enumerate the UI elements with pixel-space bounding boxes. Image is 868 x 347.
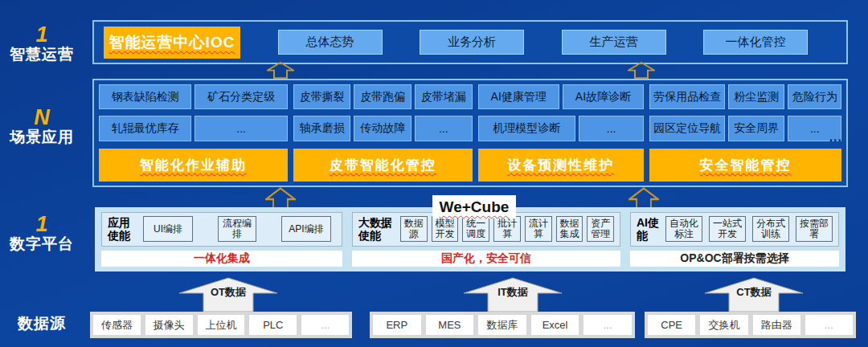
datasource-chip[interactable]: 摄像头 xyxy=(145,315,193,335)
scenario-chip[interactable]: 劳保用品检查 xyxy=(649,84,725,109)
capability-chip[interactable]: 流程编排 xyxy=(218,216,256,242)
scenario-group-belt: 皮带撕裂 皮带跑偏 皮带堵漏 轴承磨损 传动故障 ... 皮带智能化管控 xyxy=(293,84,473,182)
scenario-group-operations: 钢表缺陷检测 矿石分类定级 轧辊最优库存 ... 智能化作业辅助 xyxy=(99,84,288,182)
up-arrow-icon xyxy=(628,62,655,79)
ot-data-label: OT数据 xyxy=(178,285,278,300)
it-data-label: IT数据 xyxy=(463,285,563,300)
smart-ops-item-business[interactable]: 业务分析 xyxy=(420,30,524,55)
scenario-chip[interactable]: AI故障诊断 xyxy=(563,84,644,109)
ct-data-label: CT数据 xyxy=(704,285,804,300)
smart-ops-item-overview[interactable]: 总体态势 xyxy=(278,30,383,55)
rail-smart-ops-number: 1 xyxy=(2,24,82,46)
scenario-chip[interactable]: 矿石分类定级 xyxy=(194,84,287,109)
scenario-chip[interactable]: ... xyxy=(579,116,644,141)
scenario-chip[interactable]: 皮带堵漏 xyxy=(415,84,473,109)
datasource-chip[interactable]: ERP xyxy=(373,315,421,335)
platform-section-label: 大数据使能 xyxy=(358,216,395,242)
scenario-group-safety: 劳保用品检查 粉尘监测 危险行为 园区定位导航 安全周界 ... 安全智能管控 xyxy=(649,84,841,182)
scenario-panel: 钢表缺陷检测 矿石分类定级 轧辊最优库存 ... 智能化作业辅助 皮带撕裂 皮带… xyxy=(92,79,848,187)
rail-platform: 1 数字平台 xyxy=(2,214,82,254)
scenario-chip[interactable]: 园区定位导航 xyxy=(649,116,725,141)
we-cube-label: We+Cube xyxy=(440,198,510,216)
rail-smart-ops-label: 智慧运营 xyxy=(2,46,82,64)
scenario-banner-equipment[interactable]: 设备预测性维护 xyxy=(478,149,645,182)
scenario-banner-safety[interactable]: 安全智能管控 xyxy=(649,149,841,182)
datasource-chip[interactable]: 上位机 xyxy=(198,315,245,335)
scenario-chip[interactable]: ... xyxy=(415,116,473,141)
rail-scenarios: N 场景应用 xyxy=(2,107,82,147)
scenario-more-ellipsis: ... xyxy=(829,130,842,145)
scenario-banner-belt[interactable]: 皮带智能化管控 xyxy=(293,149,473,182)
smart-ops-panel: 智能运营中心IOC 总体态势 业务分析 生产运营 一体化管控 xyxy=(92,20,848,64)
scenario-chip[interactable]: 危险行为 xyxy=(788,84,841,109)
smart-ops-item-production[interactable]: 生产运营 xyxy=(562,30,666,55)
it-data-arrow: IT数据 xyxy=(463,277,563,312)
platform-subrow: AI使能 自动化标注 一站式开发 分布式训练 按需部署 xyxy=(630,212,839,247)
scenario-chip[interactable]: 机理模型诊断 xyxy=(478,116,576,141)
platform-section-ai-enable: AI使能 自动化标注 一站式开发 分布式训练 按需部署 OP&OC部署按需选择 xyxy=(630,212,839,267)
capability-chip[interactable]: 统一调度 xyxy=(462,216,489,242)
datasource-chip[interactable]: 路由器 xyxy=(753,315,800,335)
scenario-banner-label: 设备预测性维护 xyxy=(507,156,614,174)
scenario-banner-operations[interactable]: 智能化作业辅助 xyxy=(99,149,288,182)
capability-chip[interactable]: 自动化标注 xyxy=(665,216,702,242)
datasource-strip-it: ERP MES 数据库 Excel ... xyxy=(370,312,635,338)
architecture-diagram: 1 智慧运营 N 场景应用 1 数字平台 数据源 智能运营中心IOC 总体态势 … xyxy=(0,0,868,347)
scenario-chip[interactable]: 轴承磨损 xyxy=(293,116,351,141)
datasource-chip[interactable]: 传感器 xyxy=(93,315,141,335)
ioc-center-label: 智能运营中心IOC xyxy=(109,32,235,53)
rail-scenarios-number: N xyxy=(2,107,82,129)
capability-chip[interactable]: 分布式训练 xyxy=(752,216,789,242)
platform-section-app-enable: 应用使能 UI编排 流程编排 API编排 一体化集成 xyxy=(101,212,342,267)
platform-subrow: 应用使能 UI编排 流程编排 API编排 xyxy=(101,212,342,247)
capability-chip[interactable]: 数据源 xyxy=(400,216,428,242)
datasource-strip-ot: 传感器 摄像头 上位机 PLC ... xyxy=(90,312,352,338)
ot-data-arrow: OT数据 xyxy=(178,277,278,312)
capability-chip[interactable]: 数据集成 xyxy=(556,216,583,242)
scenario-chip[interactable]: 传动故障 xyxy=(354,116,411,141)
datasource-strip-ct: CPE 交换机 路由器 ... xyxy=(645,312,856,338)
smart-ops-item-integrated[interactable]: 一体化管控 xyxy=(703,30,808,55)
scenario-chip[interactable]: 钢表缺陷检测 xyxy=(99,84,191,109)
capability-chip[interactable]: 模型开发 xyxy=(432,216,459,242)
platform-section-label: AI使能 xyxy=(637,216,661,242)
rail-datasource: 数据源 xyxy=(2,315,82,333)
scenario-banner-label: 智能化作业辅助 xyxy=(140,156,247,174)
capability-chip[interactable]: 一站式开发 xyxy=(709,216,746,242)
rail-smart-ops: 1 智慧运营 xyxy=(2,24,82,64)
datasource-chip[interactable]: CPE xyxy=(648,315,695,335)
scenario-chip[interactable]: AI健康管理 xyxy=(478,84,559,109)
scenario-chip[interactable]: 粉尘监测 xyxy=(728,84,784,109)
datasource-chip-ellipsis: ... xyxy=(301,315,349,335)
capability-chip[interactable]: 按需部署 xyxy=(796,216,833,242)
datasource-chip[interactable]: MES xyxy=(426,315,474,335)
scenario-banner-label: 皮带智能化管控 xyxy=(330,156,436,174)
rail-scenarios-label: 场景应用 xyxy=(2,129,82,147)
scenario-chip[interactable]: 皮带撕裂 xyxy=(293,84,351,109)
platform-strip-integration: 一体化集成 xyxy=(101,251,342,267)
scenario-banner-label: 安全智能管控 xyxy=(700,156,792,174)
capability-chip[interactable]: API编排 xyxy=(281,216,331,242)
scenario-chip[interactable]: 轧辊最优库存 xyxy=(99,116,191,141)
capability-chip[interactable]: 批计算 xyxy=(493,216,521,242)
platform-section-bigdata-enable: 大数据使能 数据源 模型开发 统一调度 批计算 流计算 数据集成 资产管理 国产… xyxy=(352,212,620,267)
platform-strip-trusted: 国产化，安全可信 xyxy=(352,251,620,267)
ioc-center-button[interactable]: 智能运营中心IOC xyxy=(104,27,240,59)
we-cube-badge: We+Cube xyxy=(432,195,516,218)
capability-chip[interactable]: UI编排 xyxy=(143,216,193,242)
rail-platform-number: 1 xyxy=(2,214,82,235)
datasource-chip[interactable]: 交换机 xyxy=(700,315,747,335)
datasource-chip[interactable]: PLC xyxy=(249,315,297,335)
scenario-chip[interactable]: 皮带跑偏 xyxy=(354,84,411,109)
datasource-chip-ellipsis: ... xyxy=(805,315,853,335)
datasource-chip[interactable]: Excel xyxy=(531,315,579,335)
ct-data-arrow: CT数据 xyxy=(704,277,804,312)
datasource-chip[interactable]: 数据库 xyxy=(478,315,526,335)
up-arrow-icon xyxy=(267,62,294,79)
platform-section-label: 应用使能 xyxy=(108,216,133,242)
platform-strip-deploy: OP&OC部署按需选择 xyxy=(630,251,839,267)
capability-chip[interactable]: 流计算 xyxy=(525,216,552,242)
scenario-chip[interactable]: ... xyxy=(194,116,287,141)
scenario-chip[interactable]: 安全周界 xyxy=(728,116,784,141)
capability-chip[interactable]: 资产管理 xyxy=(587,216,614,242)
